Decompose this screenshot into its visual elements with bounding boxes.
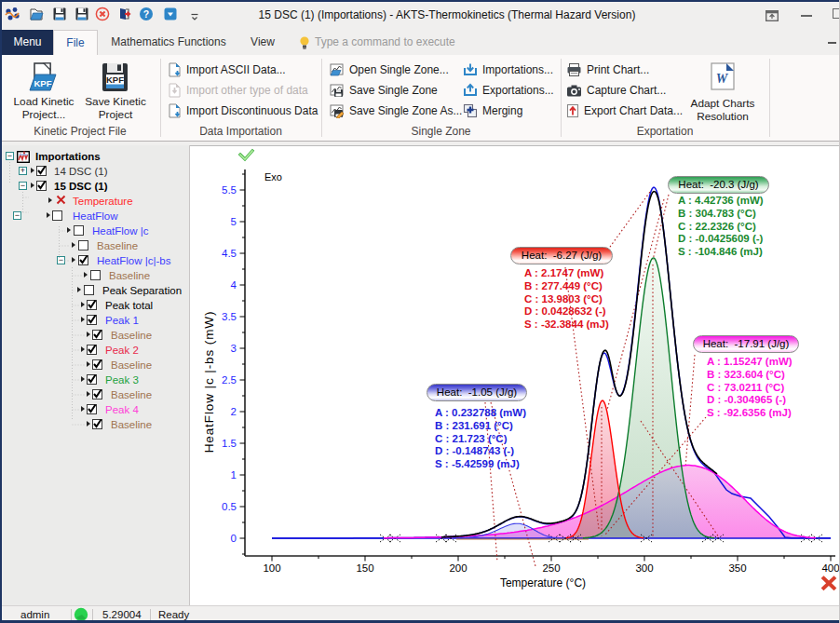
svg-text:4.5: 4.5 [222, 248, 237, 259]
svg-text:3: 3 [231, 343, 237, 354]
svg-text:150: 150 [356, 562, 373, 574]
svg-text:2: 2 [231, 406, 237, 417]
svg-text:Temperature (°C): Temperature (°C) [500, 576, 586, 589]
svg-text:400: 400 [821, 562, 839, 574]
svg-text:300: 300 [635, 562, 653, 574]
svg-text:100: 100 [263, 562, 280, 574]
svg-text:1: 1 [231, 469, 237, 481]
svg-text:0.5: 0.5 [222, 501, 237, 512]
svg-text:Exo: Exo [264, 171, 282, 183]
svg-text:4: 4 [231, 279, 237, 291]
svg-text:5.5: 5.5 [222, 184, 237, 196]
svg-text:250: 250 [542, 562, 560, 574]
svg-text:HeatFlow |c |-bs (mW): HeatFlow |c |-bs (mW) [202, 311, 216, 454]
svg-text:350: 350 [728, 562, 746, 574]
svg-text:200: 200 [449, 562, 467, 574]
svg-text:2.5: 2.5 [222, 374, 237, 386]
svg-text:0: 0 [231, 533, 237, 544]
svg-text:5: 5 [231, 216, 237, 227]
svg-text:3.5: 3.5 [222, 311, 237, 322]
svg-text:1.5: 1.5 [222, 438, 237, 449]
